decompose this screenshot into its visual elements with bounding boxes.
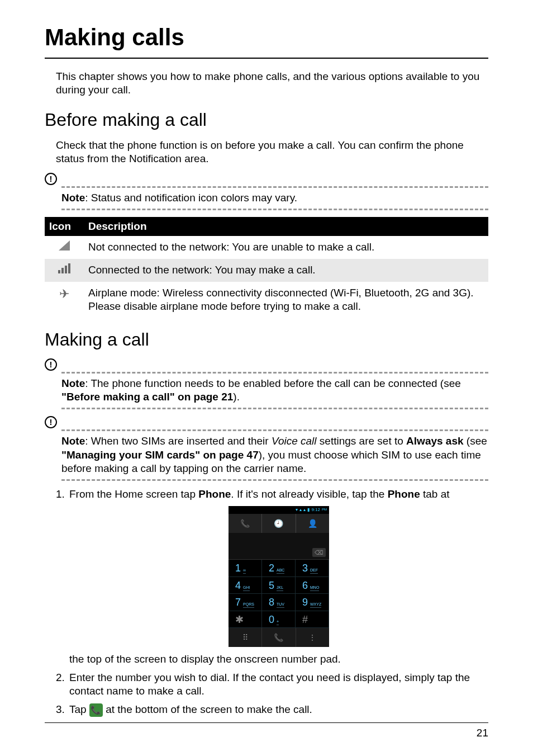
backspace-icon[interactable]: ⌫ bbox=[312, 548, 326, 557]
note-content: Note: The phone function needs to be ena… bbox=[61, 377, 488, 404]
note-two-sims: ! Note: When two SIMs are inserted and t… bbox=[45, 416, 488, 481]
page-number: 21 bbox=[45, 722, 488, 740]
signal-icon: ▴ bbox=[299, 507, 302, 513]
table-row: ✈ Airplane mode: Wireless connectivity d… bbox=[45, 282, 488, 318]
step-2: 2. Enter the number you wish to dial. If… bbox=[56, 671, 488, 698]
key-9[interactable]: 9WXYZ bbox=[296, 594, 329, 611]
icon-description-table: Icon Description Not connected to the ne… bbox=[45, 217, 488, 318]
section1-body: Check that the phone function is on befo… bbox=[56, 139, 488, 166]
note-phone-enabled: ! Note: The phone function needs to be e… bbox=[45, 358, 488, 409]
note-content: Note: Status and notification icon color… bbox=[61, 191, 488, 205]
phone-tab[interactable]: 📞 bbox=[229, 514, 262, 533]
phone-dialer-screenshot: ▾ ▴ ▴ ▮ 9:12 PM 📞 🕘 👤 ⌫ 1∞ 2ABC 3DEF 4GH… bbox=[229, 506, 329, 647]
signal-icon: ▴ bbox=[303, 507, 306, 513]
key-8[interactable]: 8TUV bbox=[262, 594, 296, 611]
key-7[interactable]: 7PQRS bbox=[229, 594, 262, 611]
step-1-continuation: the top of the screen to display the ons… bbox=[69, 653, 341, 665]
apps-icon[interactable]: ⠿ bbox=[229, 628, 262, 647]
key-1[interactable]: 1∞ bbox=[229, 560, 262, 577]
dashed-divider bbox=[61, 479, 488, 481]
intro-paragraph: This chapter shows you how to make phone… bbox=[56, 70, 488, 97]
dashed-divider bbox=[61, 408, 488, 409]
row1-desc: Not connected to the network: You are un… bbox=[84, 236, 488, 259]
signal-bars-icon bbox=[45, 259, 84, 282]
step-1: 1. From the Home screen tap Phone. If it… bbox=[56, 488, 488, 667]
dial-input-area[interactable]: ⌫ bbox=[229, 533, 329, 560]
section-making-call-title: Making a call bbox=[45, 328, 488, 352]
dashed-divider bbox=[61, 372, 488, 374]
step-1-content: From the Home screen tap Phone. If it's … bbox=[69, 488, 488, 667]
key-star[interactable]: ✱ bbox=[229, 611, 262, 628]
wifi-icon: ▾ bbox=[296, 507, 298, 513]
menu-icon[interactable]: ⋮ bbox=[296, 628, 329, 647]
info-icon: ! bbox=[45, 173, 57, 185]
step-3: 3. Tap 📞 at the bottom of the screen to … bbox=[56, 703, 488, 717]
key-hash[interactable]: # bbox=[296, 611, 329, 628]
key-6[interactable]: 6MNO bbox=[296, 577, 329, 594]
status-pm: PM bbox=[322, 508, 327, 512]
dashed-divider bbox=[61, 209, 488, 210]
dialer-tabs: 📞 🕘 👤 bbox=[229, 514, 329, 533]
table-header-row: Icon Description bbox=[45, 217, 488, 237]
row3-desc: Airplane mode: Wireless connectivity dis… bbox=[84, 282, 488, 318]
note-content: Note: When two SIMs are inserted and the… bbox=[61, 434, 488, 476]
phone-status-bar: ▾ ▴ ▴ ▮ 9:12 PM bbox=[229, 506, 329, 514]
call-button[interactable]: 📞 bbox=[262, 628, 296, 647]
page-title: Making calls bbox=[45, 22, 488, 59]
table-row: Connected to the network: You may make a… bbox=[45, 259, 488, 282]
key-5[interactable]: 5JKL bbox=[262, 577, 296, 594]
step-number: 3. bbox=[56, 703, 69, 717]
battery-icon: ▮ bbox=[307, 507, 310, 513]
info-icon: ! bbox=[45, 416, 57, 428]
step-3-content: Tap 📞 at the bottom of the screen to mak… bbox=[69, 703, 488, 717]
dashed-divider bbox=[61, 429, 488, 431]
contacts-tab[interactable]: 👤 bbox=[296, 514, 329, 533]
step-number: 1. bbox=[56, 488, 69, 667]
header-description: Description bbox=[84, 217, 488, 237]
recents-tab[interactable]: 🕘 bbox=[262, 514, 296, 533]
key-2[interactable]: 2ABC bbox=[262, 560, 296, 577]
row2-desc: Connected to the network: You may make a… bbox=[84, 259, 488, 282]
call-button-icon: 📞 bbox=[89, 703, 103, 717]
dashed-divider bbox=[61, 186, 488, 188]
note-status-colors: ! Note: Status and notification icon col… bbox=[45, 173, 488, 210]
airplane-icon: ✈ bbox=[45, 282, 84, 318]
info-icon: ! bbox=[45, 358, 57, 371]
step-2-content: Enter the number you wish to dial. If th… bbox=[69, 671, 488, 698]
status-time: 9:12 bbox=[311, 507, 320, 513]
key-4[interactable]: 4GHI bbox=[229, 577, 262, 594]
section-before-making-call-title: Before making a call bbox=[45, 108, 488, 132]
signal-empty-icon bbox=[45, 236, 84, 259]
keypad: 1∞ 2ABC 3DEF 4GHI 5JKL 6MNO 7PQRS 8TUV 9… bbox=[229, 560, 329, 628]
header-icon: Icon bbox=[45, 217, 84, 237]
key-3[interactable]: 3DEF bbox=[296, 560, 329, 577]
key-0[interactable]: 0+ bbox=[262, 611, 296, 628]
step-number: 2. bbox=[56, 671, 69, 698]
dialer-bottom-row: ⠿ 📞 ⋮ bbox=[229, 628, 329, 647]
table-row: Not connected to the network: You are un… bbox=[45, 236, 488, 259]
